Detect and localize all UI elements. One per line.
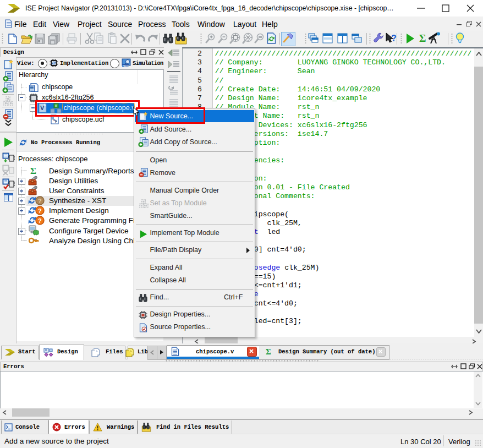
svg-text:?: ? [38, 217, 42, 224]
svg-text:?: ? [38, 198, 42, 204]
svg-text:?: ? [38, 207, 42, 214]
svg-text:?: ? [391, 34, 397, 43]
svg-text:F: F [55, 120, 57, 124]
svg-text:Σ: Σ [419, 32, 426, 44]
svg-text:Σ: Σ [30, 166, 36, 176]
svg-text:iSim: iSim [123, 64, 129, 68]
svg-text:Σ: Σ [266, 347, 271, 356]
